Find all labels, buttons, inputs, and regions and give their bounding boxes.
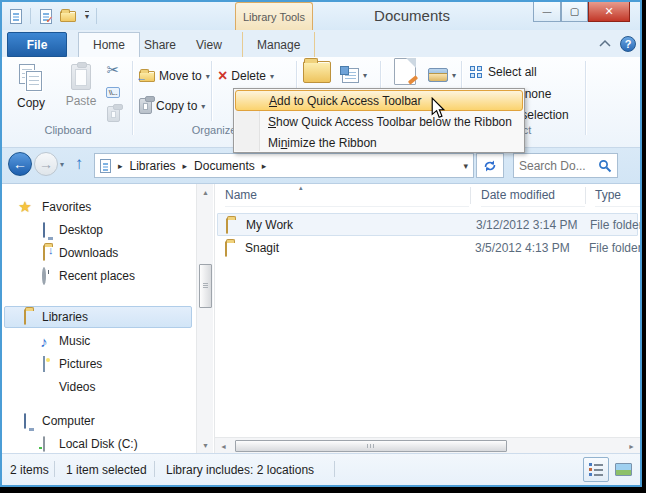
minimize-ribbon-caret[interactable] xyxy=(598,38,614,52)
close-button[interactable]: ✕ xyxy=(588,2,630,22)
sidebar-item-pictures[interactable]: Pictures xyxy=(2,353,196,375)
up-arrow-icon: ↑ xyxy=(75,154,84,173)
column-divider[interactable] xyxy=(470,187,471,204)
breadcrumb-arrow[interactable]: ▸ xyxy=(181,161,190,171)
chevron-down-icon: ▾ xyxy=(60,160,64,169)
thumbnail-view-button[interactable] xyxy=(610,457,636,482)
copy-to-button[interactable]: Copy to ▾ xyxy=(139,95,205,117)
scroll-down-arrow[interactable]: ▼ xyxy=(197,438,214,453)
file-name: Snagit xyxy=(245,241,279,255)
file-date-modified: 3/12/2012 3:14 PM xyxy=(476,218,577,232)
folder-icon xyxy=(225,242,227,256)
sidebar-item-recent-places[interactable]: Recent places xyxy=(2,265,196,287)
scrollbar-thumb[interactable] xyxy=(199,264,212,308)
sidebar-item-libraries[interactable]: Libraries xyxy=(2,306,196,328)
sidebar-item-favorites[interactable]: ★ Favorites xyxy=(2,196,196,218)
column-header-date-modified[interactable]: Date modified xyxy=(481,184,585,207)
delete-button[interactable]: × Delete ▾ xyxy=(218,65,274,87)
sidebar-item-local-disk-c[interactable]: Local Disk (C:) xyxy=(2,433,196,455)
details-view-icon xyxy=(589,463,603,476)
search-input[interactable] xyxy=(519,157,597,174)
menu-item-minimize-the-ribbon[interactable]: Minimize the Ribbon xyxy=(235,132,523,153)
up-button[interactable]: ↑ xyxy=(68,154,90,176)
chevron-down-icon: ▾ xyxy=(206,72,210,81)
recent-places-label: Recent places xyxy=(59,269,135,283)
recent-pages-dropdown[interactable]: ▾ xyxy=(60,160,64,169)
breadcrumb-libraries[interactable]: Libraries xyxy=(130,159,176,173)
back-button[interactable]: ← xyxy=(8,152,32,176)
column-header-name[interactable]: Name xyxy=(225,184,469,207)
column-header-type[interactable]: Type xyxy=(595,184,640,207)
qat-new-folder-button[interactable] xyxy=(58,6,78,26)
mouse-cursor xyxy=(430,97,446,119)
breadcrumb-arrow[interactable]: ▸ xyxy=(260,161,269,171)
details-view-button[interactable] xyxy=(583,457,609,482)
minimize-button[interactable]: — xyxy=(533,2,561,22)
star-icon: ★ xyxy=(16,198,34,216)
paste-label: Paste xyxy=(66,94,97,108)
separator xyxy=(96,8,97,24)
search-icon[interactable] xyxy=(598,159,612,173)
pictures-label: Pictures xyxy=(59,357,102,371)
tab-share-label: Share xyxy=(144,38,176,52)
breadcrumb-documents[interactable]: Documents xyxy=(194,159,255,173)
group-separator xyxy=(132,61,133,135)
downloads-icon: ↓ xyxy=(35,246,53,260)
cut-button[interactable]: ✂ xyxy=(102,60,124,80)
qat-properties-button[interactable]: ✓ xyxy=(36,6,56,26)
maximize-button[interactable]: ▢ xyxy=(561,2,588,22)
tab-manage[interactable]: Manage xyxy=(242,32,315,57)
breadcrumb-arrow[interactable]: ▸ xyxy=(116,161,125,171)
libraries-label: Libraries xyxy=(42,310,88,324)
music-icon: ♪ xyxy=(35,333,53,350)
file-row-snagit[interactable]: Snagit 3/5/2012 4:13 PM File folder xyxy=(217,237,638,260)
select-all-button[interactable]: Select all xyxy=(470,64,537,80)
open-button[interactable]: ▾ xyxy=(428,64,456,86)
column-divider[interactable] xyxy=(585,187,586,204)
scroll-left-arrow[interactable]: ◄ xyxy=(216,439,231,454)
sidebar-item-music[interactable]: ♪ Music xyxy=(2,330,196,352)
copy-button[interactable]: Copy xyxy=(8,60,54,122)
forward-button[interactable]: → xyxy=(34,152,58,176)
properties-button[interactable] xyxy=(394,60,416,82)
back-icon: ← xyxy=(13,156,27,172)
libraries-icon xyxy=(16,310,34,324)
minimize-icon: — xyxy=(543,7,552,17)
sidebar-item-desktop[interactable]: Desktop xyxy=(2,219,196,241)
group-separator xyxy=(585,61,586,135)
chevron-down-icon: ▾ xyxy=(85,11,89,21)
sidebar-item-videos[interactable]: Videos xyxy=(2,376,196,398)
copy-path-button[interactable]: \\... xyxy=(102,82,124,102)
sidebar-item-downloads[interactable]: ↓ Downloads xyxy=(2,242,196,264)
new-folder-button[interactable] xyxy=(303,61,331,83)
paste-shortcut-button[interactable] xyxy=(102,104,124,124)
tab-home-label: Home xyxy=(93,38,125,52)
tab-view[interactable]: View xyxy=(182,32,236,57)
horizontal-scrollbar[interactable]: ◄ ► xyxy=(215,437,640,454)
paste-button[interactable]: Paste xyxy=(58,60,104,122)
file-row-my-work[interactable]: My Work 3/12/2012 3:14 PM File folder xyxy=(217,213,638,236)
new-item-icon xyxy=(342,68,359,83)
scroll-right-arrow[interactable]: ► xyxy=(624,439,639,454)
scroll-up-arrow[interactable]: ▲ xyxy=(197,185,214,200)
sidebar-item-computer[interactable]: Computer xyxy=(2,410,196,432)
help-icon: ? xyxy=(625,38,632,50)
explorer-system-icon[interactable] xyxy=(6,6,26,26)
hard-drive-icon xyxy=(35,437,53,451)
folder-icon xyxy=(226,219,228,233)
contextual-tab-group-library-tools[interactable]: Library Tools xyxy=(235,2,313,30)
menu-item-add-to-quick-access-toolbar[interactable]: Add to Quick Access Toolbar xyxy=(235,90,523,111)
tab-file[interactable]: File xyxy=(7,32,67,57)
new-item-button[interactable]: ▾ xyxy=(342,64,367,86)
help-button[interactable]: ? xyxy=(620,36,636,52)
scrollbar-thumb[interactable] xyxy=(235,440,507,452)
address-bar[interactable]: ▸ Libraries ▸ Documents ▸ ▾ xyxy=(94,153,474,178)
sidebar-scrollbar[interactable]: ▲ ▼ xyxy=(196,184,213,454)
select-all-label: Select all xyxy=(488,65,537,79)
menu-item-show-qat-below-ribbon[interactable]: Show Quick Access Toolbar below the Ribb… xyxy=(235,111,523,132)
refresh-button[interactable] xyxy=(476,153,504,178)
qat-customize-dropdown[interactable]: ▾ xyxy=(80,6,94,26)
address-dropdown[interactable]: ▾ xyxy=(463,161,468,171)
file-name: My Work xyxy=(246,218,293,232)
move-to-button[interactable]: ← Move to ▾ xyxy=(139,65,210,87)
